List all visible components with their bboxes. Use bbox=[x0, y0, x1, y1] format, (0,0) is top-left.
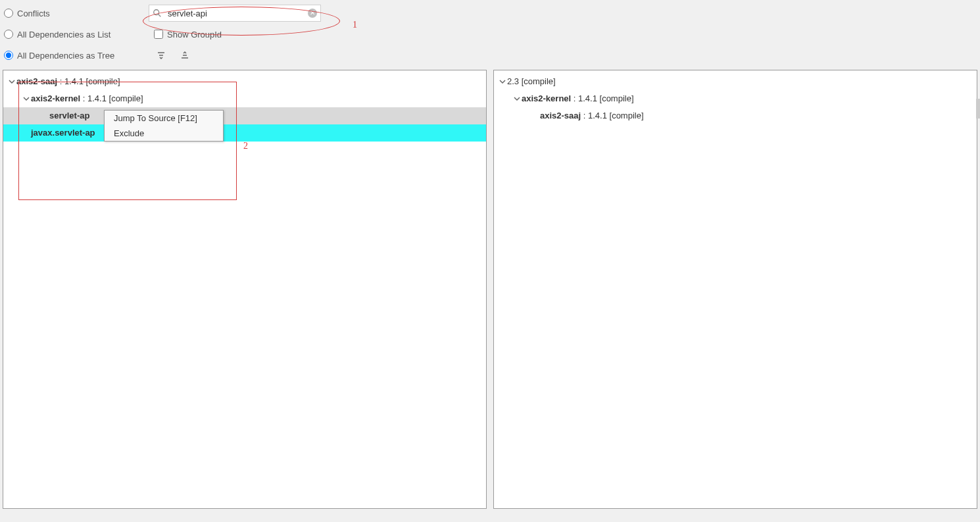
radio-all-list-label: All Dependencies as List bbox=[17, 30, 110, 39]
radio-conflicts-input[interactable] bbox=[4, 9, 13, 18]
svg-line-1 bbox=[159, 14, 161, 17]
checkbox-show-groupid[interactable]: Show GroupId bbox=[154, 30, 222, 39]
tree-row-selected[interactable]: javax.servlet-ap bbox=[3, 124, 486, 142]
tree-item-label: axis2-saaj : 1.4.1 [compile] bbox=[540, 109, 644, 123]
chevron-down-icon[interactable] bbox=[498, 78, 507, 85]
collapse-all-icon[interactable] bbox=[178, 48, 192, 63]
radio-all-tree-input[interactable] bbox=[4, 51, 13, 60]
scrollbar-stub[interactable] bbox=[976, 99, 980, 118]
search-input[interactable] bbox=[149, 5, 321, 22]
tree-row[interactable]: 2.3 [compile] bbox=[494, 73, 977, 90]
expand-all-icon[interactable] bbox=[154, 48, 168, 63]
clear-icon[interactable]: ✕ bbox=[308, 9, 317, 18]
search-icon bbox=[153, 9, 162, 18]
panes: axis2-saaj : 1.4.1 [compile] axis2-kerne… bbox=[0, 68, 980, 511]
radio-all-tree[interactable]: All Dependencies as Tree bbox=[4, 51, 149, 61]
tree-row[interactable]: servlet-ap bbox=[3, 107, 486, 124]
radio-all-list-input[interactable] bbox=[4, 30, 13, 39]
context-menu: Jump To Source [F12] Exclude bbox=[104, 110, 224, 142]
search-field: ✕ bbox=[149, 5, 321, 22]
tree-item-label: axis2-saaj : 1.4.1 [compile] bbox=[16, 74, 120, 89]
chevron-down-icon[interactable] bbox=[7, 78, 16, 85]
tree-item-label: servlet-ap bbox=[49, 109, 89, 123]
tree-row[interactable]: axis2-saaj : 1.4.1 [compile] bbox=[494, 107, 977, 124]
menu-exclude[interactable]: Exclude bbox=[105, 126, 223, 141]
radio-conflicts[interactable]: Conflicts bbox=[4, 9, 149, 18]
radio-all-tree-label: All Dependencies as Tree bbox=[17, 51, 114, 61]
tree-row[interactable]: axis2-saaj : 1.4.1 [compile] bbox=[3, 73, 486, 90]
left-pane[interactable]: axis2-saaj : 1.4.1 [compile] axis2-kerne… bbox=[3, 70, 487, 509]
tree-item-label: 2.3 [compile] bbox=[507, 74, 556, 89]
tree-item-label: axis2-kernel : 1.4.1 [compile] bbox=[31, 91, 143, 106]
tree-item-label: javax.servlet-ap bbox=[31, 126, 95, 140]
right-pane[interactable]: 2.3 [compile] axis2-kernel : 1.4.1 [comp… bbox=[493, 70, 977, 509]
right-tree: 2.3 [compile] axis2-kernel : 1.4.1 [comp… bbox=[494, 70, 977, 127]
chevron-down-icon[interactable] bbox=[512, 95, 522, 102]
tree-row[interactable]: axis2-kernel : 1.4.1 [compile] bbox=[3, 90, 486, 107]
tree-row[interactable]: axis2-kernel : 1.4.1 [compile] bbox=[494, 90, 977, 107]
chevron-down-icon[interactable] bbox=[22, 95, 31, 102]
checkbox-show-groupid-input[interactable] bbox=[154, 30, 163, 39]
checkbox-show-groupid-label: Show GroupId bbox=[167, 30, 222, 39]
menu-jump-to-source[interactable]: Jump To Source [F12] bbox=[105, 111, 223, 126]
svg-point-0 bbox=[154, 10, 159, 15]
tree-item-label: axis2-kernel : 1.4.1 [compile] bbox=[522, 91, 634, 106]
radio-all-list[interactable]: All Dependencies as List bbox=[4, 30, 149, 39]
radio-conflicts-label: Conflicts bbox=[17, 9, 50, 18]
left-tree: axis2-saaj : 1.4.1 [compile] axis2-kerne… bbox=[3, 70, 486, 144]
toolbar: Conflicts ✕ All Dependencies as List Sho… bbox=[0, 0, 980, 68]
